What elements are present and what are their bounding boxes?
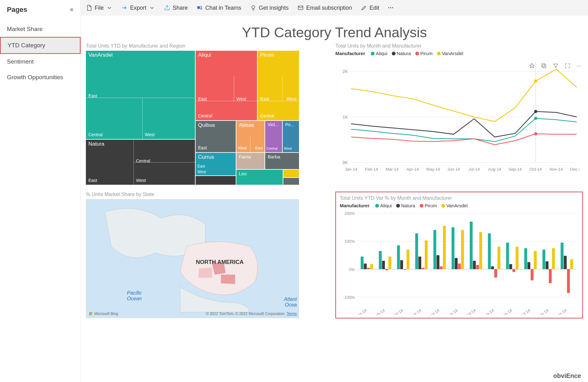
svg-rect-80: [494, 269, 497, 278]
collapse-icon[interactable]: [69, 7, 74, 13]
svg-rect-43: [361, 256, 364, 269]
svg-text:May-14: May-14: [427, 308, 440, 315]
legend-label: Manufacturer: [340, 203, 370, 208]
pages-title: Pages: [7, 6, 27, 14]
map-visual[interactable]: % Units Market Share by State NORTH AMER…: [86, 192, 328, 318]
svg-text:Feb-14: Feb-14: [365, 167, 378, 172]
svg-point-13: [534, 80, 537, 83]
tm-abbas: Abbas: [239, 122, 254, 128]
page-sentiment[interactable]: Sentiment: [0, 54, 81, 70]
svg-point-14: [534, 110, 537, 113]
svg-rect-96: [552, 248, 555, 269]
map-atlantic-label: AtlantOcea: [284, 297, 297, 308]
svg-rect-0: [197, 6, 200, 9]
svg-point-15: [534, 117, 537, 120]
legend-pirum: Pirum: [420, 51, 433, 56]
pin-icon[interactable]: [529, 63, 535, 69]
svg-rect-101: [570, 259, 573, 269]
bar-title: Total Units YTD Var % by Month and Manuf…: [340, 195, 579, 201]
report-title: YTD Category Trend Analysis: [86, 24, 583, 41]
menu-email[interactable]: Email subscription: [297, 5, 352, 11]
treemap-title: Total Units YTD by Manufacturer and Regi…: [86, 43, 328, 49]
teams-icon: [197, 5, 203, 11]
page-market-share[interactable]: Market Share: [0, 21, 81, 37]
svg-rect-56: [407, 250, 409, 269]
svg-rect-61: [425, 240, 428, 269]
legend-vanarsdel: VanArsdel: [446, 203, 468, 208]
svg-text:Nov-14: Nov-14: [536, 308, 549, 315]
svg-point-1: [201, 6, 202, 8]
mail-icon: [297, 5, 304, 11]
svg-rect-53: [397, 245, 400, 269]
tm-pirum: Pirum: [260, 52, 274, 58]
treemap-visual[interactable]: Total Units YTD by Manufacturer and Regi…: [86, 43, 328, 185]
svg-rect-93: [543, 250, 545, 269]
svg-text:Sep-14: Sep-14: [500, 308, 513, 315]
tm-fama: Fama: [239, 154, 251, 159]
tm-aliqui: Aliqui: [198, 52, 211, 58]
svg-text:Jul-14: Jul-14: [469, 167, 480, 172]
tm-region: Central: [136, 158, 150, 163]
svg-rect-100: [567, 269, 570, 293]
svg-rect-33: [91, 314, 92, 315]
tm-region: West: [284, 147, 292, 150]
pages-header: Pages: [0, 0, 81, 21]
svg-rect-2: [201, 8, 202, 10]
pages-sidebar: Pages Market Share YTD Category Sentimen…: [0, 0, 81, 382]
menu-export[interactable]: Export: [121, 5, 155, 11]
tm-pomum: Po...: [285, 122, 294, 127]
visual-more-icon[interactable]: ···: [576, 63, 581, 69]
tm-leo: Leo: [239, 171, 247, 176]
copy-icon[interactable]: [541, 63, 547, 69]
svg-text:Jan-14: Jan-14: [355, 308, 368, 315]
legend-aliqui: Aliqui: [376, 51, 387, 56]
menu-edit-label: Edit: [370, 5, 379, 11]
svg-rect-54: [400, 260, 403, 269]
report-canvas: YTD Category Trend Analysis ··· Total Un…: [81, 16, 588, 382]
treemap-body: VanArsdel East Central West Natura Centr…: [86, 51, 299, 185]
focus-icon[interactable]: [564, 63, 571, 69]
bar-chart-visual[interactable]: Total Units YTD Var % by Month and Manuf…: [335, 192, 583, 318]
svg-text:Feb-14: Feb-14: [372, 308, 386, 315]
map-svg: [86, 199, 299, 318]
map-copyright-text: © 2022 TomTom, © 2022 Microsoft Corporat…: [206, 312, 285, 316]
pencil-icon: [361, 5, 367, 11]
menu-chat-teams[interactable]: Chat in Teams: [197, 5, 241, 11]
menu-file[interactable]: File: [86, 5, 113, 11]
svg-rect-32: [89, 314, 91, 315]
svg-rect-71: [461, 230, 464, 269]
page-growth-opportunities[interactable]: Growth Opportunities: [0, 70, 81, 85]
svg-rect-55: [403, 269, 406, 270]
map-terms-link[interactable]: Terms: [286, 312, 297, 316]
svg-rect-81: [497, 247, 500, 269]
svg-text:Mar-14: Mar-14: [391, 308, 404, 315]
legend-pirum: Pirum: [425, 203, 437, 208]
legend-aliqui: Aliqui: [380, 203, 392, 208]
svg-text:Jul-14: Jul-14: [465, 308, 477, 315]
svg-rect-76: [479, 232, 482, 269]
svg-rect-60: [422, 268, 424, 269]
page-ytd-category[interactable]: YTD Category: [0, 37, 81, 54]
svg-rect-69: [455, 258, 458, 269]
menu-edit[interactable]: Edit: [361, 5, 379, 11]
menu-more[interactable]: ···: [388, 5, 394, 11]
filter-icon[interactable]: [553, 63, 559, 69]
menu-share[interactable]: Share: [164, 5, 188, 11]
svg-rect-63: [433, 230, 436, 269]
svg-text:May-14: May-14: [426, 167, 440, 172]
svg-rect-88: [524, 248, 527, 269]
svg-rect-45: [367, 268, 370, 269]
map-provider-text: Microsoft Bing: [94, 312, 118, 316]
share-icon: [164, 5, 170, 11]
svg-rect-91: [534, 251, 537, 269]
menu-insights[interactable]: Get insights: [250, 5, 289, 11]
svg-rect-49: [382, 261, 385, 269]
tm-region: East: [197, 164, 205, 168]
tm-vanarsdel: VanArsdel: [88, 52, 113, 58]
menu-chat-label: Chat in Teams: [205, 5, 241, 11]
svg-rect-85: [512, 269, 515, 272]
svg-rect-70: [458, 264, 461, 269]
svg-rect-30: [89, 312, 91, 313]
menu-insights-label: Get insights: [259, 5, 289, 11]
svg-rect-83: [506, 243, 509, 269]
